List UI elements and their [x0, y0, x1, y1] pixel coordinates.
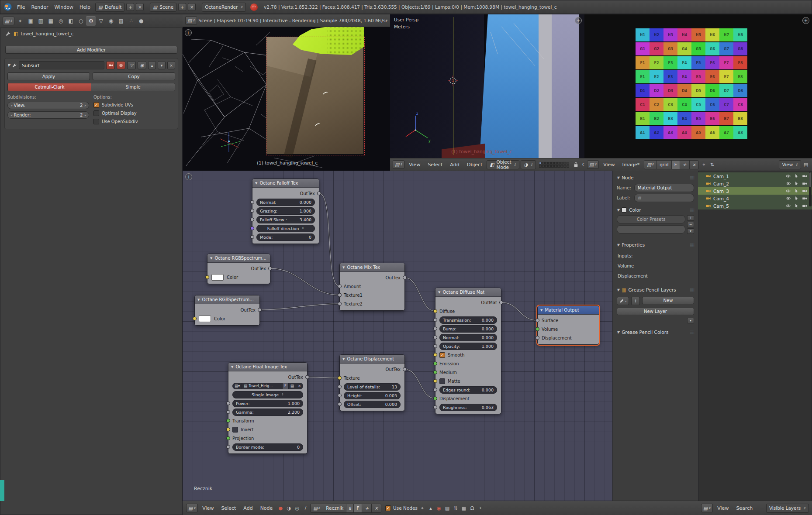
- move-modifier-up-button[interactable]: ▴: [148, 61, 156, 69]
- add-preset-button[interactable]: +: [687, 215, 694, 221]
- fake-user-button[interactable]: F: [354, 504, 362, 512]
- preset-dropdown-icon[interactable]: ▾: [687, 228, 694, 234]
- pin-icon[interactable]: ⌖: [419, 504, 426, 512]
- node-rgb2[interactable]: ▼Octane RGBSpectrum...OutTexColor: [194, 295, 260, 326]
- restrict-view-icon[interactable]: [785, 173, 791, 179]
- socket-in[interactable]: [433, 336, 437, 340]
- node-falloff[interactable]: ▼Octane Falloff TexOutTexNormal:0.000Gra…: [252, 179, 319, 244]
- node-field-level-of-details[interactable]: Level of details:13: [344, 383, 401, 391]
- outliner-scrollbar[interactable]: [809, 172, 812, 206]
- display-mode-select[interactable]: Visible Layers ⇕: [766, 504, 809, 513]
- socket-in[interactable]: [433, 388, 437, 392]
- socket-in[interactable]: [433, 327, 437, 331]
- node-displace[interactable]: ▼Octane DisplacementOutTexTextureLevel o…: [339, 354, 405, 411]
- browse-image-icon[interactable]: ▤▾: [232, 383, 242, 389]
- socket-in[interactable]: [226, 436, 230, 440]
- socket-in[interactable]: [226, 419, 230, 423]
- linestyle-icon[interactable]: ∕: [302, 504, 309, 512]
- node-field-power[interactable]: Power:1.000: [232, 400, 303, 407]
- socket-in[interactable]: [338, 402, 342, 406]
- node-arrange-icon[interactable]: ⇅: [452, 504, 459, 512]
- add-scene-button[interactable]: +: [178, 3, 186, 11]
- socket-out[interactable]: [403, 276, 407, 280]
- collapse-icon[interactable]: ▼: [7, 63, 10, 67]
- tab-data-icon[interactable]: ▽: [96, 16, 106, 26]
- outliner-item-cam-1[interactable]: Cam_1: [698, 172, 812, 180]
- section-grease-pencil-colors[interactable]: ▼Grease Pencil Colors⣿⣿: [617, 328, 694, 336]
- node-name-field[interactable]: Material Output: [634, 184, 694, 192]
- shader-type-lamp-icon[interactable]: ◑: [285, 504, 292, 512]
- outliner-item-cam-2[interactable]: Cam_2: [698, 180, 812, 187]
- modifier-name-field[interactable]: Subsurf: [19, 61, 104, 69]
- image-arrows-icon[interactable]: ⇅: [708, 161, 715, 168]
- open-image-button[interactable]: ▤: [289, 383, 296, 389]
- socket-in[interactable]: [338, 293, 342, 297]
- image-name[interactable]: grid: [657, 161, 672, 169]
- restrict-render-icon[interactable]: [802, 181, 808, 186]
- tab-particles-icon[interactable]: ∴: [126, 16, 136, 26]
- restrict-render-icon[interactable]: [802, 188, 808, 194]
- color-presets-dropdown[interactable]: Color Presets: [617, 215, 685, 223]
- restrict-select-icon[interactable]: [793, 203, 799, 208]
- unlink-image-button[interactable]: ×: [296, 383, 303, 389]
- layer-cell[interactable]: [545, 162, 548, 165]
- snap-magnet-icon[interactable]: Ω: [580, 161, 584, 168]
- socket-out[interactable]: [403, 367, 407, 371]
- checkbox-icon[interactable]: ✓: [439, 352, 445, 358]
- editor-type-button[interactable]: ▤⇕: [393, 160, 404, 169]
- region-expand-icon[interactable]: +: [802, 17, 809, 24]
- snap-mode-icon[interactable]: ⇕: [477, 504, 484, 512]
- layer-cell[interactable]: [548, 162, 551, 165]
- new-tree-button[interactable]: +: [362, 504, 372, 512]
- option-subdivide-uvs[interactable]: ✓Subdivide UVs: [93, 102, 175, 108]
- node-field-border-mode[interactable]: Border mode:0: [232, 443, 303, 451]
- gp-new-layer-button[interactable]: New Layer: [617, 308, 694, 315]
- fake-user-button[interactable]: F: [283, 383, 289, 389]
- socket-in[interactable]: [536, 336, 539, 340]
- color-preset-name-field[interactable]: [617, 225, 685, 233]
- menu-object[interactable]: Object: [464, 162, 486, 168]
- backdrop-icon[interactable]: ▤: [444, 504, 451, 512]
- checkbox-icon[interactable]: [93, 119, 99, 124]
- tab-constraints-icon[interactable]: ○: [76, 16, 86, 26]
- node-field-mode[interactable]: Mode:0: [256, 233, 315, 241]
- add-layout-button[interactable]: +: [126, 3, 134, 11]
- socket-in[interactable]: [433, 318, 437, 322]
- node-output[interactable]: ▼Material OutputSurfaceVolumeDisplacemen…: [537, 306, 599, 345]
- region-expand-icon[interactable]: +: [185, 29, 192, 36]
- socket-in[interactable]: [250, 200, 254, 204]
- lock-icon[interactable]: [572, 161, 579, 168]
- menu-view[interactable]: View: [199, 505, 217, 511]
- layer-cell[interactable]: [548, 165, 551, 168]
- parent-tree-icon[interactable]: ▴: [427, 504, 434, 512]
- layer-cell[interactable]: [554, 165, 557, 168]
- gp-add-button[interactable]: +: [631, 297, 640, 305]
- restrict-select-icon[interactable]: [793, 189, 799, 193]
- node-field-grazing[interactable]: Grazing:1.000: [256, 207, 315, 215]
- collapse-icon[interactable]: ▼: [342, 266, 345, 269]
- node-field-falloff-skew[interactable]: Falloff Skew :3.400: [256, 216, 315, 223]
- object-name[interactable]: Cam_4: [713, 196, 729, 201]
- view-subdivisions-field[interactable]: ◂ View: 2 ▸: [7, 102, 89, 109]
- socket-out[interactable]: [268, 267, 272, 271]
- node-field-height[interactable]: Height:0.005: [344, 392, 401, 399]
- menu-add[interactable]: Add: [447, 162, 462, 168]
- socket-in[interactable]: [433, 405, 437, 409]
- menu-add[interactable]: Add: [240, 505, 256, 511]
- restrict-view-icon[interactable]: [785, 203, 791, 209]
- collapse-icon[interactable]: ▼: [342, 357, 345, 361]
- shader-type-material-icon[interactable]: ●: [277, 504, 284, 512]
- cage-display-toggle[interactable]: ◉: [138, 61, 146, 69]
- layer-cell[interactable]: [545, 165, 548, 168]
- checkbox-icon[interactable]: [232, 427, 238, 433]
- socket-in[interactable]: [250, 227, 254, 230]
- restrict-view-icon[interactable]: [785, 188, 791, 194]
- option-optimal-display[interactable]: Optimal Display: [93, 110, 175, 117]
- socket-in[interactable]: [536, 327, 539, 331]
- node-field-offset[interactable]: Offset:0.000: [344, 401, 401, 408]
- socket-in[interactable]: [536, 319, 539, 323]
- render-visibility-toggle[interactable]: [106, 61, 115, 69]
- checkbox-icon[interactable]: [93, 110, 99, 116]
- socket-out[interactable]: [499, 301, 503, 305]
- socket-out[interactable]: [305, 375, 309, 379]
